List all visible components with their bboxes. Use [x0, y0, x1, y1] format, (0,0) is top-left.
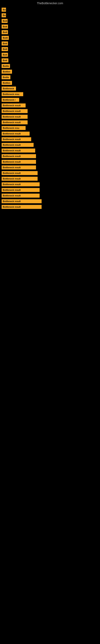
bottleneck-label: Bottleneck result: [1, 143, 34, 147]
list-item: Bott: [1, 24, 99, 28]
list-item: Bottleneck result: [1, 194, 99, 198]
bottleneck-label: Bottleneck result: [1, 177, 38, 181]
list-item: Bottleneck result: [1, 177, 99, 181]
list-item: Bo: [1, 8, 99, 12]
bottleneck-label: Bottleneck resu: [1, 92, 23, 96]
bottleneck-label: Bottleneck result: [1, 120, 28, 124]
list-item: Bottleneck: [1, 86, 99, 90]
list-item: Bott: [1, 53, 99, 57]
list-item: Bott: [1, 42, 99, 46]
bottleneck-label: Bottleneck result: [1, 109, 28, 113]
list-item: Bottleneck result: [1, 199, 99, 203]
bottleneck-label: Bott: [1, 19, 8, 23]
bottleneck-label: Bottlen: [1, 70, 12, 74]
bottleneck-label: Bottleneck result: [1, 104, 26, 108]
bottleneck-label: Bottle: [1, 64, 10, 68]
list-item: Bottleneck result: [1, 120, 99, 124]
bottleneck-label: Bott: [1, 58, 8, 62]
bottleneck-label: Bottleneck r: [1, 98, 19, 102]
list-item: Bottleneck resu: [1, 126, 99, 130]
bottleneck-label: Bo: [1, 8, 6, 12]
list-item: Bo: [1, 13, 99, 17]
list-item: Bottleneck result: [1, 205, 99, 209]
bottleneck-label: Bottl: [1, 36, 9, 40]
bottleneck-label: Bott: [1, 24, 8, 28]
list-item: Bottl: [1, 36, 99, 40]
list-item: Bottleneck r: [1, 98, 99, 102]
list-item: Bott: [1, 47, 99, 51]
list-item: Bottleneck result: [1, 109, 99, 113]
bottleneck-label: Bott: [1, 42, 8, 46]
items-container: BoBoBottBottBottBottlBottBottBottBottBot…: [0, 6, 100, 212]
list-item: Bottleneck result: [1, 137, 99, 141]
bottleneck-label: Bottleneck result: [1, 182, 40, 186]
list-item: Bottlen: [1, 70, 99, 74]
bottleneck-label: Bottle: [1, 75, 10, 79]
bottleneck-label: Bott: [1, 30, 8, 34]
list-item: Bottleneck result: [1, 154, 99, 158]
list-item: Bottleneck resu: [1, 92, 99, 96]
bottleneck-label: Bottleneck result: [1, 160, 36, 164]
list-item: Bott: [1, 58, 99, 62]
bottleneck-label: Bottleneck result: [1, 132, 30, 136]
list-item: Bott: [1, 30, 99, 34]
bottleneck-label: Bottleneck result: [1, 137, 31, 141]
bottleneck-label: Bottleneck result: [1, 205, 42, 209]
bottleneck-label: Bottleneck result: [1, 166, 36, 170]
list-item: Bottle: [1, 64, 99, 68]
bottleneck-label: Bott: [1, 47, 8, 51]
list-item: Bottle: [1, 75, 99, 79]
bottleneck-label: Bottleneck result: [1, 115, 28, 119]
bottleneck-label: Bottleneck result: [1, 148, 35, 152]
bottleneck-label: Bottleneck: [1, 86, 16, 90]
bottleneck-label: Bottleneck result: [1, 188, 40, 192]
list-item: Bottleneck result: [1, 160, 99, 164]
list-item: Bottleneck result: [1, 171, 99, 175]
list-item: Bottlen: [1, 81, 99, 85]
list-item: Bottleneck result: [1, 143, 99, 147]
list-item: Bottleneck result: [1, 188, 99, 192]
list-item: Bottleneck result: [1, 132, 99, 136]
site-title: TheBottlenecker.com: [0, 0, 100, 6]
bottleneck-label: Bottleneck result: [1, 194, 40, 198]
bottleneck-label: Bottleneck resu: [1, 126, 26, 130]
bottleneck-label: Bottleneck result: [1, 199, 42, 203]
bottleneck-label: Bo: [1, 13, 6, 17]
bottleneck-label: Bott: [1, 53, 8, 57]
list-item: Bott: [1, 19, 99, 23]
list-item: Bottleneck result: [1, 166, 99, 170]
list-item: Bottleneck result: [1, 182, 99, 186]
list-item: Bottleneck result: [1, 148, 99, 152]
list-item: Bottleneck result: [1, 104, 99, 108]
bottleneck-label: Bottleneck result: [1, 171, 38, 175]
bottleneck-label: Bottleneck result: [1, 154, 36, 158]
bottleneck-label: Bottlen: [1, 81, 12, 85]
list-item: Bottleneck result: [1, 115, 99, 119]
